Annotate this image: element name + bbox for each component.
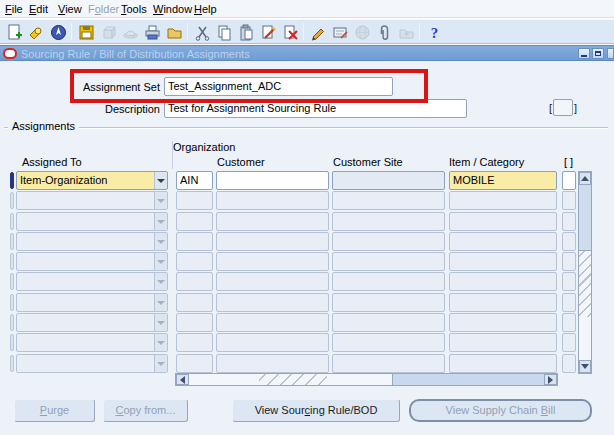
item-category-cell[interactable] [449, 313, 557, 332]
record-indicator[interactable] [10, 294, 14, 311]
cut-icon[interactable] [192, 22, 212, 42]
row-flexfield-cell[interactable] [562, 293, 576, 312]
description-field[interactable]: Test for Assignment Sourcing Rule [164, 99, 467, 118]
record-indicator[interactable] [10, 314, 14, 331]
record-indicator[interactable] [10, 334, 14, 351]
item-category-cell[interactable] [449, 293, 557, 312]
organization-cell[interactable] [176, 212, 213, 231]
customer-cell[interactable] [216, 313, 329, 332]
organization-cell[interactable] [176, 191, 213, 210]
item-category-cell[interactable]: MOBILE [449, 171, 557, 190]
assigned-to-cell[interactable] [16, 252, 168, 271]
horizontal-scrollbar-track[interactable] [259, 374, 327, 385]
dropdown-arrow-icon[interactable] [154, 334, 167, 351]
customer-cell[interactable] [216, 232, 329, 251]
new-icon[interactable] [4, 22, 24, 42]
item-category-cell[interactable] [449, 212, 557, 231]
assignment-set-field[interactable]: Test_Assignment_ADC [164, 77, 393, 96]
assigned-to-cell[interactable] [16, 354, 168, 373]
customer-site-cell[interactable] [332, 313, 445, 332]
maximize-button[interactable] [592, 48, 604, 59]
scroll-down-button[interactable] [579, 360, 591, 373]
customer-site-cell[interactable] [332, 232, 445, 251]
organization-cell[interactable] [176, 313, 213, 332]
row-flexfield-cell[interactable] [562, 171, 576, 190]
assigned-to-cell[interactable] [16, 272, 168, 291]
scroll-left-button[interactable] [176, 374, 189, 385]
customer-cell[interactable] [216, 191, 329, 210]
row-flexfield-cell[interactable] [562, 232, 576, 251]
customer-cell[interactable] [216, 252, 329, 271]
row-flexfield-cell[interactable] [562, 212, 576, 231]
organization-cell[interactable] [176, 232, 213, 251]
switch-responsibility-icon[interactable] [120, 22, 140, 42]
customer-site-cell[interactable] [332, 212, 445, 231]
translations-icon[interactable] [330, 22, 350, 42]
clear-record-icon[interactable] [258, 22, 278, 42]
dropdown-arrow-icon[interactable] [154, 233, 167, 250]
assigned-to-cell[interactable] [16, 191, 168, 210]
customer-site-cell[interactable] [332, 354, 445, 373]
record-indicator[interactable] [10, 213, 14, 230]
customer-cell[interactable] [216, 212, 329, 231]
customer-cell[interactable] [216, 293, 329, 312]
customer-site-cell[interactable] [332, 191, 445, 210]
organization-cell[interactable]: AIN [176, 171, 213, 190]
organization-cell[interactable] [176, 333, 213, 352]
record-indicator[interactable] [10, 355, 14, 372]
assigned-to-cell[interactable] [16, 293, 168, 312]
assigned-to-cell[interactable] [16, 333, 168, 352]
vertical-scrollbar-track[interactable] [579, 251, 591, 317]
menu-tools[interactable]: Tools [119, 2, 149, 16]
help-icon[interactable]: ? [424, 22, 444, 42]
organization-cell[interactable] [176, 293, 213, 312]
customer-cell[interactable] [216, 354, 329, 373]
dropdown-arrow-icon[interactable] [154, 213, 167, 230]
item-category-cell[interactable] [449, 191, 557, 210]
record-indicator[interactable] [10, 233, 14, 250]
row-flexfield-cell[interactable] [562, 252, 576, 271]
row-flexfield-cell[interactable] [562, 354, 576, 373]
dropdown-arrow-icon[interactable] [154, 192, 167, 209]
organization-cell[interactable] [176, 354, 213, 373]
organization-cell[interactable] [176, 252, 213, 271]
show-navigator-icon[interactable] [48, 22, 68, 42]
purge-button[interactable]: Purge [14, 399, 95, 422]
close-form-icon[interactable] [164, 22, 184, 42]
close-button[interactable] [607, 48, 614, 59]
dropdown-arrow-icon[interactable] [154, 172, 167, 189]
menu-edit[interactable]: Edit [27, 2, 50, 16]
vertical-scrollbar[interactable] [578, 171, 592, 374]
copy-icon[interactable] [214, 22, 234, 42]
flexfield-box[interactable] [553, 99, 573, 116]
record-indicator[interactable] [10, 192, 14, 209]
row-flexfield-cell[interactable] [562, 313, 576, 332]
copy-from-button[interactable]: Copy from... [103, 399, 188, 422]
item-category-cell[interactable] [449, 272, 557, 291]
scroll-up-button[interactable] [579, 172, 591, 185]
next-step-icon[interactable] [98, 22, 118, 42]
dropdown-arrow-icon[interactable] [154, 294, 167, 311]
save-icon[interactable] [76, 22, 96, 42]
row-flexfield-cell[interactable] [562, 272, 576, 291]
record-indicator[interactable] [10, 172, 14, 189]
assigned-to-cell[interactable] [16, 212, 168, 231]
customer-cell[interactable] [216, 171, 329, 190]
customer-site-cell[interactable] [332, 252, 445, 271]
item-category-cell[interactable] [449, 354, 557, 373]
descriptive-flexfield[interactable]: [ ] [549, 99, 577, 116]
customer-cell[interactable] [216, 333, 329, 352]
scroll-right-button[interactable] [544, 374, 557, 385]
menu-help[interactable]: Help [192, 2, 219, 16]
assigned-to-cell[interactable]: Item-Organization [16, 171, 168, 190]
organization-cell[interactable] [176, 272, 213, 291]
assigned-to-cell[interactable] [16, 313, 168, 332]
view-supply-chain-bill-button[interactable]: View Supply Chain Bill [409, 399, 592, 422]
attachments-icon[interactable] [374, 22, 394, 42]
record-indicator[interactable] [10, 273, 14, 290]
row-flexfield-cell[interactable] [562, 191, 576, 210]
assigned-to-cell[interactable] [16, 232, 168, 251]
horizontal-scrollbar[interactable] [175, 373, 558, 386]
dropdown-arrow-icon[interactable] [154, 253, 167, 270]
menu-window[interactable]: Window [151, 2, 194, 16]
